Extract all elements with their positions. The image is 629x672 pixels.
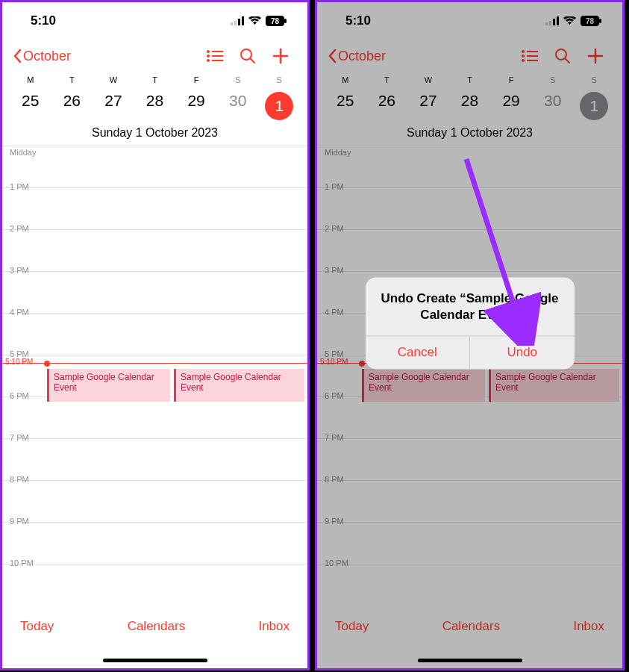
battery-icon: 78: [266, 16, 287, 26]
svg-rect-1: [234, 21, 237, 25]
home-indicator[interactable]: [418, 659, 522, 662]
back-label: October: [23, 49, 71, 64]
day-1-selected[interactable]: 1: [573, 87, 615, 125]
day-30[interactable]: 30: [532, 87, 574, 125]
svg-rect-0: [231, 22, 233, 25]
today-button[interactable]: Today: [335, 619, 369, 634]
schedule[interactable]: Midday 1 PM 2 PM 3 PM 4 PM 5 PM 6 PM 7 P…: [2, 146, 307, 601]
svg-rect-8: [212, 51, 223, 52]
day-26[interactable]: 26: [51, 87, 93, 125]
event-1[interactable]: Sample Google Calendar Event: [362, 369, 485, 402]
day-25[interactable]: 25: [10, 87, 51, 125]
battery-icon: 78: [581, 16, 601, 26]
cellular-icon: [545, 16, 559, 25]
svg-rect-27: [527, 55, 538, 57]
status-bar: 5:10 78: [2, 2, 307, 40]
add-button[interactable]: [264, 48, 297, 64]
wifi-icon: [248, 16, 261, 25]
calendar-day-view-alert: 5:10 78 October MTWTFSS 25 26 27 28 29 3…: [315, 0, 625, 671]
day-26[interactable]: 26: [366, 87, 408, 125]
home-indicator[interactable]: [103, 659, 207, 662]
inbox-button[interactable]: Inbox: [258, 619, 290, 634]
date-title: Sunday 1 October 2023: [317, 125, 622, 146]
list-button[interactable]: [198, 50, 231, 62]
day-1-selected[interactable]: 1: [258, 87, 300, 125]
search-icon: [554, 48, 571, 64]
cancel-button[interactable]: Cancel: [366, 337, 470, 370]
svg-rect-2: [238, 19, 240, 25]
week-header: MTWTFSS 25 26 27 28 29 30 1: [317, 72, 622, 125]
list-icon: [522, 50, 538, 62]
svg-rect-18: [549, 21, 551, 25]
svg-text:78: 78: [271, 17, 280, 25]
calendars-button[interactable]: Calendars: [442, 619, 501, 634]
undo-button[interactable]: Undo: [469, 337, 575, 370]
wifi-icon: [563, 16, 576, 25]
plus-icon: [587, 48, 604, 64]
date-title: Sunday 1 October 2023: [2, 125, 307, 146]
list-icon: [207, 50, 223, 62]
add-button[interactable]: [579, 48, 612, 64]
svg-line-31: [565, 58, 569, 63]
svg-rect-3: [242, 16, 244, 25]
status-icons: 78: [545, 16, 601, 26]
svg-point-24: [522, 50, 525, 53]
clock: 5:10: [31, 13, 56, 28]
svg-rect-22: [599, 19, 601, 23]
svg-point-28: [522, 59, 525, 62]
inbox-button[interactable]: Inbox: [573, 619, 604, 634]
event-2[interactable]: Sample Google Calendar Event: [174, 369, 304, 402]
day-28[interactable]: 28: [134, 87, 176, 125]
svg-rect-5: [284, 19, 287, 23]
svg-point-26: [522, 55, 525, 57]
svg-point-7: [207, 50, 210, 53]
nav-bar: October: [317, 40, 622, 72]
today-button[interactable]: Today: [20, 619, 54, 634]
undo-alert: Undo Create “Sample Google Calendar Even…: [366, 277, 575, 369]
status-icons: 78: [231, 16, 287, 26]
now-indicator: 5:10 PM: [2, 363, 307, 364]
search-icon: [240, 48, 256, 64]
event-1[interactable]: Sample Google Calendar Event: [47, 369, 170, 402]
search-button[interactable]: [546, 48, 579, 64]
back-button[interactable]: October: [328, 49, 386, 64]
svg-point-11: [207, 59, 210, 62]
svg-rect-12: [212, 60, 223, 61]
svg-rect-20: [557, 16, 559, 25]
calendars-button[interactable]: Calendars: [128, 619, 186, 634]
alert-title: Undo Create “Sample Google Calendar Even…: [366, 277, 575, 335]
back-button[interactable]: October: [13, 49, 71, 64]
day-29[interactable]: 29: [490, 87, 532, 125]
search-button[interactable]: [231, 48, 264, 64]
svg-text:78: 78: [586, 17, 595, 25]
event-2[interactable]: Sample Google Calendar Event: [489, 369, 619, 402]
day-30[interactable]: 30: [217, 87, 259, 125]
week-header: M T W T F S S 25 26 27 28 29 30 1: [2, 72, 307, 125]
day-27[interactable]: 27: [407, 87, 449, 125]
nav-bar: October: [2, 40, 307, 72]
chevron-left-icon: [13, 49, 22, 63]
schedule[interactable]: Midday 1 PM 2 PM 3 PM 4 PM 5 PM 6 PM 7 P…: [317, 146, 622, 601]
svg-point-9: [207, 55, 210, 57]
day-27[interactable]: 27: [93, 87, 134, 125]
plus-icon: [272, 48, 289, 64]
list-button[interactable]: [513, 50, 546, 62]
day-29[interactable]: 29: [175, 87, 217, 125]
svg-rect-25: [527, 51, 538, 52]
svg-rect-17: [545, 22, 548, 25]
svg-rect-19: [553, 19, 555, 25]
clock: 5:10: [345, 13, 371, 28]
svg-rect-10: [212, 55, 223, 57]
day-28[interactable]: 28: [449, 87, 491, 125]
cellular-icon: [231, 16, 244, 25]
svg-rect-29: [527, 60, 538, 61]
svg-line-14: [250, 58, 254, 63]
day-25[interactable]: 25: [325, 87, 366, 125]
status-bar: 5:10 78: [317, 2, 622, 40]
back-label: October: [338, 49, 386, 64]
calendar-day-view: 5:10 78 October M T W T F S S: [0, 0, 310, 671]
chevron-left-icon: [328, 49, 337, 63]
